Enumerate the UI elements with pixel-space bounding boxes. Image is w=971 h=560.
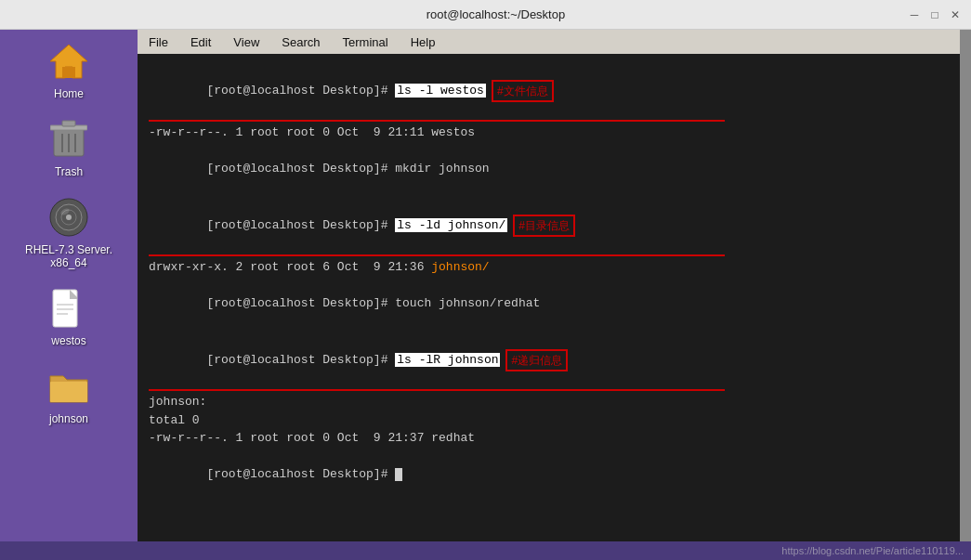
home-label: Home <box>54 87 84 100</box>
underline-4 <box>149 254 725 256</box>
prompt-4: [root@localhost Desktop]# <box>206 218 395 232</box>
terminal-line-4: [root@localhost Desktop]# ls -ld johnson… <box>149 196 949 254</box>
terminal-menubar: File Edit View Search Terminal Help <box>138 30 960 54</box>
underline-1 <box>149 120 725 122</box>
titlebar-title: root@localhost:~/Desktop <box>84 7 908 21</box>
desktop-icon-home[interactable]: Home <box>22 39 115 100</box>
westos-label: westos <box>51 334 85 347</box>
cmd-1: ls -l westos <box>395 84 486 98</box>
cursor <box>395 468 402 481</box>
terminal-scrollbar[interactable] <box>960 30 971 541</box>
prompt-6: [root@localhost Desktop]# touch johnson/… <box>206 296 540 310</box>
annotation-1: #文件信息 <box>492 80 554 102</box>
annotation-7: #递归信息 <box>505 349 568 371</box>
menu-terminal[interactable]: Terminal <box>339 33 392 51</box>
desktop-icon-johnson[interactable]: johnson <box>22 364 115 425</box>
menu-help[interactable]: Help <box>407 33 440 51</box>
terminal-content[interactable]: [root@localhost Desktop]# ls -l westos#文… <box>138 54 960 541</box>
home-icon <box>46 39 91 84</box>
prompt-1: [root@localhost Desktop]# <box>206 84 395 98</box>
desktop-icon-rhel[interactable]: RHEL-7.3 Server. x86_64 <box>22 195 115 269</box>
terminal-line-7: [root@localhost Desktop]# ls -lR johnson… <box>149 331 949 389</box>
johnson-label: johnson <box>49 412 88 425</box>
folder-icon <box>46 364 91 409</box>
desktop-sidebar: Home Trash <box>0 30 138 541</box>
bottom-bar: https://blog.csdn.net/Pie/article110119.… <box>0 541 971 560</box>
menu-edit[interactable]: Edit <box>187 33 215 51</box>
terminal-line-5: drwxr-xr-x. 2 root root 6 Oct 9 21:36 jo… <box>149 258 949 277</box>
terminal-line-10: -rw-r--r--. 1 root root 0 Oct 9 21:37 re… <box>149 429 949 448</box>
cmd-7: ls -lR johnson <box>395 353 500 367</box>
annotation-4: #目录信息 <box>513 215 575 237</box>
file-icon <box>46 286 91 331</box>
desktop-icon-trash[interactable]: Trash <box>22 117 115 178</box>
titlebar-controls: ─ □ ✕ <box>908 8 962 21</box>
terminal-line-8: johnson: <box>149 393 949 411</box>
svg-rect-18 <box>50 382 87 402</box>
prompt-11: [root@localhost Desktop]# <box>206 467 395 481</box>
terminal-line-9: total 0 <box>149 411 949 430</box>
menu-file[interactable]: File <box>145 33 172 51</box>
trash-label: Trash <box>55 165 83 178</box>
prompt-3: [root@localhost Desktop]# mkdir johnson <box>206 162 489 176</box>
desktop-icon-westos[interactable]: westos <box>22 286 115 347</box>
terminal-line-2: -rw-r--r--. 1 root root 0 Oct 9 21:11 we… <box>149 124 949 142</box>
close-button[interactable]: ✕ <box>949 8 962 21</box>
watermark: https://blog.csdn.net/Pie/article110119.… <box>781 545 964 556</box>
terminal-line-11: [root@localhost Desktop]# <box>149 448 949 502</box>
terminal-line-1: [root@localhost Desktop]# ls -l westos#文… <box>149 61 949 120</box>
terminal-line-6: [root@localhost Desktop]# touch johnson/… <box>149 277 949 332</box>
dir-name: johnson/ <box>431 260 489 274</box>
terminal-line-3: [root@localhost Desktop]# mkdir johnson <box>149 142 949 197</box>
cmd-4: ls -ld johnson/ <box>395 218 507 232</box>
prompt-7: [root@localhost Desktop]# <box>206 353 395 367</box>
main-layout: Home Trash <box>0 30 971 541</box>
cd-icon <box>46 195 91 240</box>
underline-7 <box>149 389 725 391</box>
titlebar: root@localhost:~/Desktop ─ □ ✕ <box>0 0 971 30</box>
trash-icon <box>46 117 91 162</box>
svg-rect-1 <box>62 67 75 78</box>
maximize-button[interactable]: □ <box>928 8 941 21</box>
rhel-label: RHEL-7.3 Server. x86_64 <box>22 243 115 269</box>
menu-view[interactable]: View <box>230 33 263 51</box>
menu-search[interactable]: Search <box>278 33 323 51</box>
minimize-button[interactable]: ─ <box>908 8 921 21</box>
svg-point-11 <box>66 215 72 220</box>
svg-rect-4 <box>62 121 75 126</box>
terminal-window: File Edit View Search Terminal Help [roo… <box>138 30 960 541</box>
